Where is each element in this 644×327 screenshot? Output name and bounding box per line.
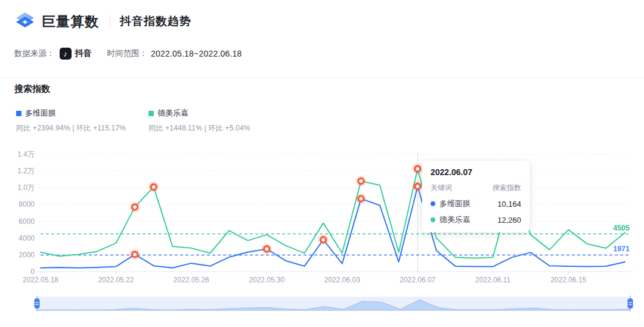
tooltip-col-index: 搜索指数: [493, 183, 521, 193]
x-axis-label: 2022.06.03: [324, 276, 360, 284]
series-line-0[interactable]: [41, 186, 625, 268]
series-line-1[interactable]: [41, 169, 625, 259]
peak-marker[interactable]: [148, 182, 159, 192]
brush-handle-left[interactable]: [35, 298, 40, 309]
page-title: 抖音指数趋势: [120, 14, 191, 29]
header-separator: [110, 15, 110, 27]
legend-item-demeilejia[interactable]: 德美乐嘉 同比 +1448.11% | 环比 +5.04%: [148, 108, 250, 133]
douyin-icon: ♪: [60, 48, 72, 60]
y-axis-label: 1.4万: [17, 150, 35, 158]
legend-name: 德美乐嘉: [157, 108, 188, 119]
douyin-chip: ♪ 抖音: [60, 48, 92, 60]
x-axis-label: 2022.05.18: [23, 276, 58, 284]
peak-marker[interactable]: [261, 244, 272, 254]
peak-marker[interactable]: [355, 194, 366, 204]
meta-bar: 数据来源： ♪ 抖音 时间范围： 2022.05.18~2022.06.18: [14, 48, 242, 60]
series-dot-green: [431, 217, 435, 222]
y-axis-label: 2000: [18, 251, 35, 259]
datazoom-brush[interactable]: [0, 294, 644, 313]
peak-marker[interactable]: [318, 235, 329, 245]
x-axis-label: 2022.06.15: [550, 276, 586, 284]
legend-swatch-blue: [16, 111, 21, 116]
source-name: 抖音: [75, 48, 92, 59]
peak-marker[interactable]: [355, 176, 366, 186]
y-axis-label: 8000: [18, 200, 35, 208]
legend-stats: 同比 +2394.94% | 环比 +115.17%: [16, 123, 126, 133]
y-axis-label: 6000: [18, 217, 35, 226]
source-label: 数据来源：: [14, 48, 55, 59]
section-divider: [0, 77, 644, 78]
tooltip-col-keyword: 关键词: [431, 183, 452, 193]
brand-name[interactable]: 巨量算数: [42, 13, 99, 31]
tooltip-row: 德美乐嘉 12,260: [431, 214, 521, 225]
range-value: 2022.05.18~2022.06.18: [151, 49, 242, 58]
x-axis-label: 2022.05.30: [249, 276, 284, 284]
peak-marker[interactable]: [412, 163, 423, 174]
tooltip-series-value: 10,164: [497, 200, 521, 208]
y-axis-label: 1.0万: [17, 183, 35, 192]
x-axis-label: 2022.05.26: [174, 276, 209, 284]
header: 巨量算数 抖音指数趋势: [14, 10, 191, 33]
range-label: 时间范围：: [107, 48, 148, 59]
tooltip-series-value: 12,260: [497, 216, 521, 225]
x-axis-label: 2022.05.22: [98, 276, 134, 284]
trend-line-chart[interactable]: 020004000600080001.0万1.2万1.4万2022.05.182…: [0, 146, 644, 289]
average-line-label: 1971: [613, 245, 630, 253]
y-axis-label: 1.2万: [17, 167, 35, 175]
x-axis-label: 2022.06.11: [475, 276, 510, 284]
tooltip-date: 2022.06.07: [431, 167, 521, 177]
tooltip-row: 多维面膜 10,164: [431, 198, 521, 209]
legend-swatch-green: [148, 111, 154, 116]
chart-legend: 多维面膜 同比 +2394.94% | 环比 +115.17% 德美乐嘉 同比 …: [16, 108, 250, 133]
tooltip-series-name: 德美乐嘉: [439, 214, 470, 225]
legend-stats: 同比 +1448.11% | 环比 +5.04%: [148, 123, 250, 133]
juliang-logo-icon[interactable]: [14, 11, 36, 32]
series-dot-blue: [431, 201, 435, 206]
legend-name: 多维面膜: [25, 108, 56, 119]
legend-item-duoweimianmo[interactable]: 多维面膜 同比 +2394.94% | 环比 +115.17%: [16, 108, 126, 133]
y-axis-label: 4000: [18, 234, 35, 242]
chart-tooltip: 2022.06.07 关键词 搜索指数 多维面膜 10,164 德美乐嘉 12,…: [422, 161, 530, 232]
y-axis-label: 0: [30, 267, 35, 276]
x-axis-label: 2022.06.07: [400, 276, 435, 284]
tooltip-series-name: 多维面膜: [439, 198, 470, 209]
average-line-label: 4505: [613, 224, 630, 232]
peak-marker[interactable]: [129, 249, 140, 260]
section-title: 搜索指数: [14, 83, 50, 95]
peak-marker[interactable]: [129, 202, 140, 213]
brush-handle-right[interactable]: [628, 298, 633, 309]
peak-marker[interactable]: [412, 181, 423, 192]
